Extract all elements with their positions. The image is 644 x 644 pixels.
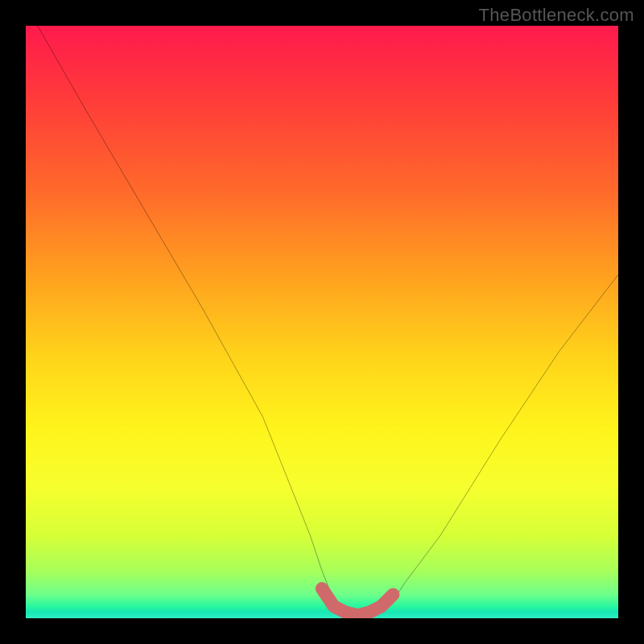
watermark-text: TheBottleneck.com <box>479 5 634 26</box>
bottom-highlight <box>322 588 393 615</box>
highlight-start-dot <box>316 584 327 594</box>
plot-area <box>26 26 618 618</box>
chart-frame: TheBottleneck.com <box>0 0 644 644</box>
bottleneck-curve <box>38 26 618 615</box>
curve-layer <box>26 26 618 618</box>
highlight-end-dot <box>388 589 398 600</box>
